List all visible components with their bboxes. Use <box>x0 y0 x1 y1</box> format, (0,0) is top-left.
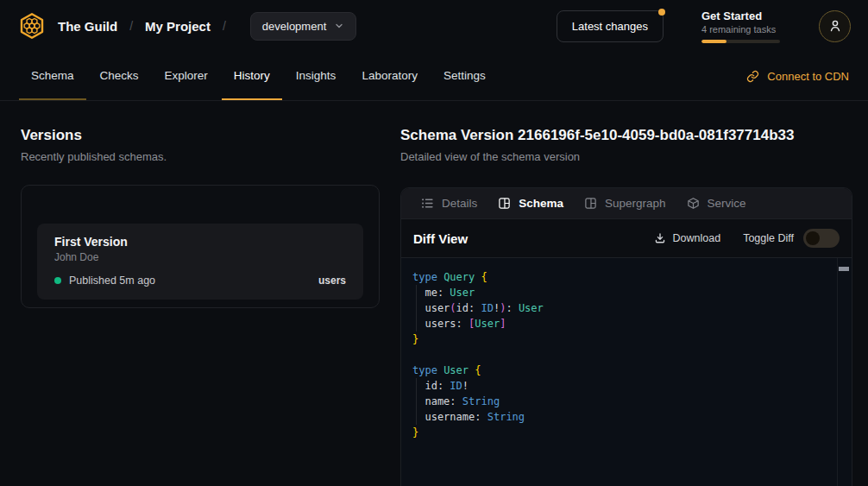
toggle-diff-label: Toggle Diff <box>743 232 794 244</box>
connect-to-cdn-label: Connect to CDN <box>767 70 849 83</box>
nav-tab-checks[interactable]: Checks <box>88 52 151 100</box>
notification-dot <box>658 9 665 16</box>
download-label: Download <box>673 232 721 244</box>
target-select-dropdown[interactable]: development <box>250 12 356 41</box>
version-detail-box: Details Schema <box>400 187 852 486</box>
code-editor[interactable]: type Query { me: User user(id: ID!): Use… <box>401 257 852 486</box>
code-line: name: String <box>412 394 826 409</box>
tab-supergraph[interactable]: Supergraph <box>584 197 666 210</box>
breadcrumb-project[interactable]: My Project <box>145 19 211 34</box>
latest-changes-button[interactable]: Latest changes <box>557 10 664 42</box>
versions-title: Versions <box>21 127 380 144</box>
top-header: The Guild / My Project / development Lat… <box>0 0 868 52</box>
version-service-badge: users <box>318 275 346 287</box>
toggle-knob <box>806 231 820 245</box>
main-content: Versions Recently published schemas. Fir… <box>0 101 868 486</box>
get-started-widget[interactable]: Get Started 4 remaining tasks <box>701 9 781 43</box>
nav-spacer <box>500 52 747 100</box>
nav-tab-schema[interactable]: Schema <box>19 52 86 100</box>
person-icon <box>828 19 842 33</box>
versions-panel: Versions Recently published schemas. Fir… <box>21 101 380 486</box>
get-started-subtitle: 4 remaining tasks <box>701 24 781 35</box>
code-line: type User { <box>412 363 826 378</box>
scrollbar-track <box>837 258 838 486</box>
latest-changes-label: Latest changes <box>572 20 648 33</box>
code-line: } <box>412 425 826 440</box>
get-started-progress-fill <box>701 40 726 43</box>
tab-details-label: Details <box>442 197 477 210</box>
toggle-diff-switch[interactable] <box>803 229 840 248</box>
connect-to-cdn-button[interactable]: Connect to CDN <box>746 52 849 100</box>
published-dot-icon <box>54 277 61 284</box>
indent-guide <box>416 285 417 331</box>
versions-list-card: First Version John Doe Published 5m ago … <box>21 185 380 308</box>
cube-icon <box>687 197 700 210</box>
code-line: user(id: ID!): User <box>412 300 826 316</box>
version-name: First Version <box>54 235 346 249</box>
target-nav: SchemaChecksExplorerHistoryInsightsLabor… <box>0 52 868 101</box>
get-started-progress-track <box>701 40 780 43</box>
versions-subtitle: Recently published schemas. <box>21 150 380 163</box>
tab-details[interactable]: Details <box>421 197 477 210</box>
breadcrumb-separator: / <box>223 19 226 33</box>
version-status: Published 5m ago <box>69 275 155 287</box>
download-icon <box>654 232 666 244</box>
diff-view-actions: Download Toggle Diff <box>654 229 840 248</box>
tab-service[interactable]: Service <box>687 197 746 210</box>
tab-schema[interactable]: Schema <box>498 197 563 210</box>
user-avatar[interactable] <box>819 10 851 42</box>
columns-icon <box>584 197 597 210</box>
get-started-title: Get Started <box>701 9 781 22</box>
tab-supergraph-label: Supergraph <box>605 197 666 210</box>
download-button[interactable]: Download <box>654 232 721 244</box>
chevron-down-icon <box>334 21 344 31</box>
columns-icon <box>498 197 511 210</box>
target-select-value: development <box>262 20 326 33</box>
code-line: type Query { <box>412 269 826 285</box>
nav-tab-laboratory[interactable]: Laboratory <box>349 52 430 100</box>
hive-logo-icon[interactable] <box>17 11 47 41</box>
nav-tab-settings[interactable]: Settings <box>431 52 498 100</box>
diff-view-header: Diff View Download Toggle Diff <box>401 219 852 257</box>
toggle-diff-control: Toggle Diff <box>743 229 840 248</box>
link-icon <box>746 70 759 83</box>
code-editor-content: type Query { me: User user(id: ID!): Use… <box>412 269 826 440</box>
breadcrumb-org[interactable]: The Guild <box>58 19 117 34</box>
code-line: username: String <box>412 409 826 425</box>
scrollbar-thumb[interactable] <box>839 267 849 271</box>
code-line <box>412 347 826 363</box>
code-line: users: [User] <box>412 316 826 331</box>
breadcrumb-separator: / <box>129 19 133 33</box>
code-line: } <box>412 331 826 347</box>
nav-tab-explorer[interactable]: Explorer <box>153 52 220 100</box>
version-detail-panel: Schema Version 2166196f-5e10-4059-bd0a-0… <box>400 101 852 486</box>
version-detail-subtitle: Detailed view of the schema version <box>400 150 852 163</box>
tab-schema-label: Schema <box>519 197 563 210</box>
diff-view-title: Diff View <box>413 231 468 246</box>
version-list-item[interactable]: First Version John Doe Published 5m ago … <box>37 224 363 300</box>
tab-service-label: Service <box>708 197 746 210</box>
list-icon <box>421 197 434 210</box>
version-detail-title: Schema Version 2166196f-5e10-4059-bd0a-0… <box>400 127 852 144</box>
nav-tab-insights[interactable]: Insights <box>284 52 349 100</box>
version-author: John Doe <box>54 251 346 263</box>
code-line: me: User <box>412 285 826 300</box>
indent-guide <box>416 378 417 425</box>
version-detail-tabstrip: Details Schema <box>401 188 852 219</box>
version-status-row: Published 5m ago users <box>54 275 346 287</box>
nav-tab-history[interactable]: History <box>222 52 282 100</box>
code-line: id: ID! <box>412 378 826 394</box>
